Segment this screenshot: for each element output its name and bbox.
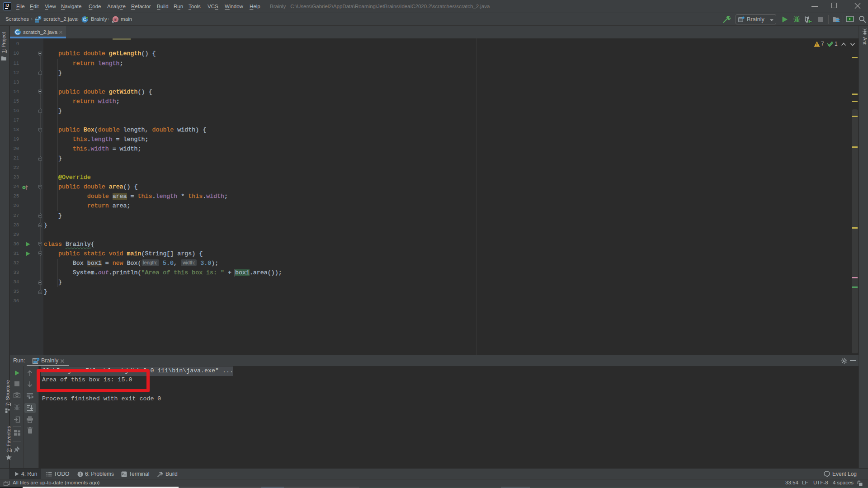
svg-text:C: C bbox=[83, 17, 86, 22]
svg-text:m: m bbox=[113, 17, 118, 22]
